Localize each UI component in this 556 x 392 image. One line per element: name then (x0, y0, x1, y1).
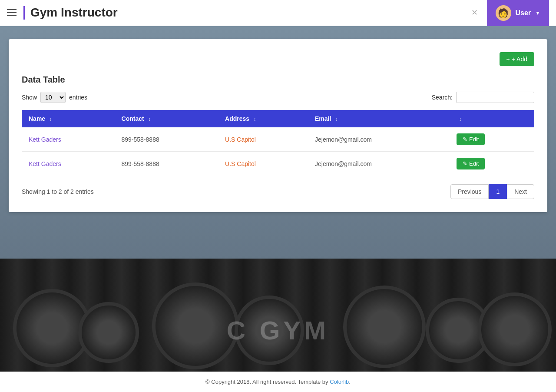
edit-icon: ✎ (463, 136, 467, 143)
sort-icon-email: ↕ (335, 116, 338, 122)
gym-watermark: C GYM (227, 316, 330, 345)
bg-section: + + Add Data Table Show 10 25 50 100 ent… (0, 26, 556, 372)
user-menu[interactable]: 🧑 User ▼ (487, 0, 549, 26)
sort-icon-actions: ↕ (459, 116, 462, 122)
avatar: 🧑 (496, 5, 511, 21)
col-name[interactable]: Name ↕ (22, 110, 115, 127)
footer-text: © Copyright 2018. All right reserved. Te… (205, 379, 330, 385)
colorlib-link[interactable]: Colorlib (330, 379, 349, 385)
cell-contact: 899-558-8888 (115, 127, 218, 152)
col-contact[interactable]: Contact ↕ (115, 110, 218, 127)
table-row: Kett Gaders 899-558-8888 U.S Capitol Jej… (22, 127, 534, 152)
topnav: Gym Instructor ✕ 🧑 User ▼ (0, 0, 556, 26)
search-input[interactable] (456, 92, 534, 103)
plus-icon: + (506, 56, 510, 63)
page-1-button[interactable]: 1 (489, 184, 507, 199)
entries-select[interactable]: 10 25 50 100 (40, 92, 66, 103)
table-footer: Showing 1 to 2 of 2 entries Previous 1 N… (22, 184, 534, 199)
cell-address: U.S Capitol (218, 152, 308, 176)
col-email[interactable]: Email ↕ (308, 110, 450, 127)
user-label: User (516, 9, 531, 17)
cell-contact: 899-558-8888 (115, 152, 218, 176)
chevron-down-icon: ▼ (535, 10, 540, 16)
sort-icon-name: ↕ (50, 116, 52, 122)
cell-actions: ✎ Edit (450, 152, 534, 176)
data-table: Name ↕ Contact ↕ Address ↕ Email ↕ (22, 110, 534, 176)
hamburger-menu[interactable] (7, 9, 17, 16)
show-label: Show (22, 94, 37, 101)
cell-actions: ✎ Edit (450, 127, 534, 152)
col-address[interactable]: Address ↕ (218, 110, 308, 127)
edit-button[interactable]: ✎ Edit (457, 133, 485, 145)
table-row: Kett Gaders 899-558-8888 U.S Capitol Jej… (22, 152, 534, 176)
footer-suffix: . (349, 379, 351, 385)
sort-icon-contact: ↕ (149, 116, 151, 122)
search-box: Search: (432, 92, 534, 103)
cell-name: Kett Gaders (22, 127, 115, 152)
table-body: Kett Gaders 899-558-8888 U.S Capitol Jej… (22, 127, 534, 176)
maximize-icon[interactable]: ✕ (471, 8, 478, 17)
gym-background: C GYM (0, 259, 556, 372)
search-label: Search: (432, 94, 453, 101)
edit-label: Edit (469, 160, 479, 167)
gym-image: C GYM (0, 259, 556, 372)
page-title: Gym Instructor (23, 6, 118, 20)
card-title: Data Table (22, 75, 534, 85)
show-entries: Show 10 25 50 100 entries (22, 92, 87, 103)
cell-name: Kett Gaders (22, 152, 115, 176)
add-button-label: + Add (512, 56, 527, 63)
showing-text: Showing 1 to 2 of 2 entries (22, 188, 94, 195)
cell-email: Jejemon@gmail.com (308, 152, 450, 176)
cell-address: U.S Capitol (218, 127, 308, 152)
edit-icon: ✎ (463, 160, 467, 167)
table-controls: Show 10 25 50 100 entries Search: (22, 92, 534, 103)
col-actions: ↕ (450, 110, 534, 127)
edit-label: Edit (469, 136, 479, 143)
topnav-left: Gym Instructor (7, 6, 118, 20)
table-header: Name ↕ Contact ↕ Address ↕ Email ↕ (22, 110, 534, 127)
pagination: Previous 1 Next (450, 184, 534, 199)
previous-button[interactable]: Previous (450, 184, 489, 199)
next-button[interactable]: Next (507, 184, 534, 199)
cell-email: Jejemon@gmail.com (308, 127, 450, 152)
card-toolbar: + + Add (22, 52, 534, 66)
edit-button[interactable]: ✎ Edit (457, 158, 485, 169)
entries-label: entries (69, 94, 87, 101)
sort-icon-address: ↕ (254, 116, 256, 122)
page-footer: © Copyright 2018. All right reserved. Te… (0, 372, 556, 392)
data-table-card: + + Add Data Table Show 10 25 50 100 ent… (9, 39, 547, 212)
add-button[interactable]: + + Add (500, 52, 534, 66)
